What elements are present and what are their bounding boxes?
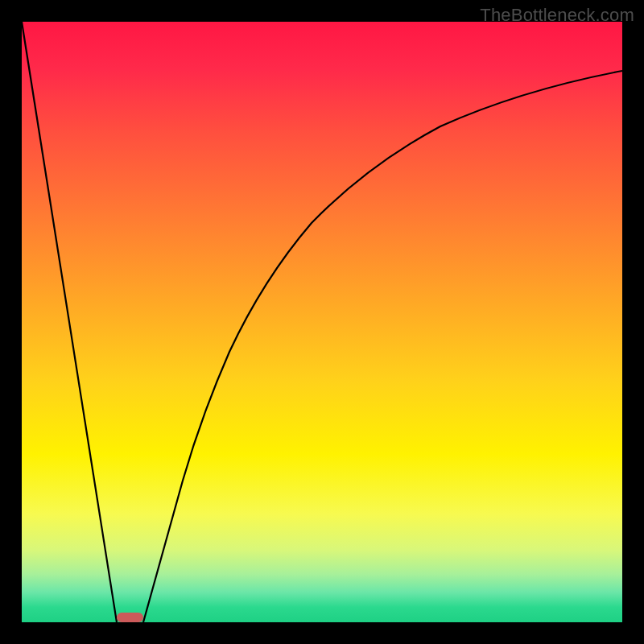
min-marker	[117, 613, 143, 622]
chart-frame: TheBottleneck.com	[0, 0, 644, 644]
left-line	[22, 22, 117, 622]
curve-layer	[22, 22, 622, 622]
watermark-text: TheBottleneck.com	[480, 5, 634, 26]
right-curve	[143, 71, 622, 622]
